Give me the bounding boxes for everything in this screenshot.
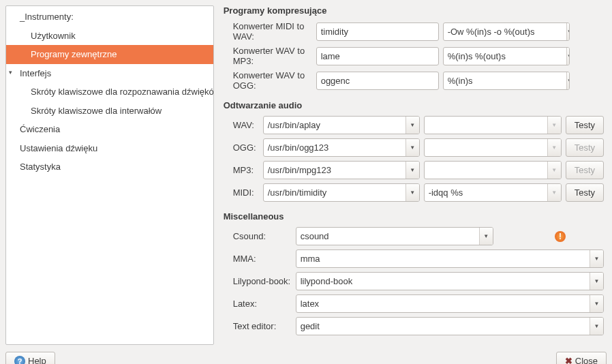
label-midi: MIDI: <box>224 187 259 198</box>
combo-ogg-prog[interactable]: ▼ <box>263 138 420 157</box>
input-mp3-args[interactable] <box>425 162 547 179</box>
combo-wav-to-ogg-args[interactable]: ▼ <box>443 72 570 90</box>
combo-mp3-prog[interactable]: ▼ <box>263 161 420 179</box>
input-csound[interactable] <box>296 228 479 245</box>
combo-wav-args[interactable]: ▼ <box>424 116 562 134</box>
combo-csound[interactable]: ▼ <box>296 227 493 245</box>
input-ogg-args[interactable] <box>425 139 547 156</box>
combo-midi-to-wav-prog[interactable]: ▼ <box>316 22 439 41</box>
label-mma: MMA: <box>224 254 292 264</box>
combo-latex[interactable]: ▼ <box>296 294 604 313</box>
chevron-down-icon[interactable]: ▼ <box>406 117 419 134</box>
input-midi-args[interactable] <box>425 184 547 201</box>
combo-mp3-args[interactable]: ▼ <box>424 161 562 179</box>
combo-ogg-args[interactable]: ▼ <box>424 138 562 157</box>
input-midi-to-wav-args[interactable] <box>444 23 566 40</box>
tree-item-sound-settings[interactable]: Ustawienia dźwięku <box>6 139 213 158</box>
chevron-down-icon[interactable]: ▼ <box>590 295 603 312</box>
test-button-wav[interactable]: Testy <box>566 116 604 134</box>
input-midi-prog[interactable] <box>264 184 406 201</box>
help-button-label: Help <box>28 356 46 364</box>
chevron-down-icon[interactable]: ▼ <box>547 117 561 134</box>
input-lilypond[interactable] <box>296 273 590 290</box>
chevron-down-icon[interactable]: ▼ <box>566 72 570 89</box>
close-button-label: Close <box>575 356 598 364</box>
chevron-down-icon[interactable]: ▼ <box>566 23 570 40</box>
combo-wav-to-mp3-args[interactable]: ▼ <box>443 47 570 65</box>
chevron-down-icon[interactable]: ▼ <box>566 48 570 65</box>
tree-item-shortcuts-sounds[interactable]: Skróty klawiszowe dla rozpoznawania dźwi… <box>6 82 213 102</box>
input-text-editor[interactable] <box>296 318 590 335</box>
chevron-down-icon[interactable]: ▼ <box>406 139 419 156</box>
input-mma[interactable] <box>296 250 590 267</box>
chevron-down-icon: ▾ <box>9 68 12 78</box>
test-button-mp3: Testy <box>566 161 604 179</box>
combo-text-editor[interactable]: ▼ <box>296 317 604 335</box>
tree-item-exercises[interactable]: Ćwiczenia <box>6 120 213 139</box>
section-title-misc: Miscellaneous <box>224 211 604 222</box>
combo-midi-args[interactable]: ▼ <box>424 183 562 202</box>
combo-lilypond[interactable]: ▼ <box>296 272 604 290</box>
tree-item-statistics[interactable]: Statystyka <box>6 157 213 177</box>
label-csound: Csound: <box>224 231 292 241</box>
test-button-midi[interactable]: Testy <box>566 183 604 202</box>
label-wav-to-ogg: Konwerter WAV to OGG: <box>224 70 312 91</box>
input-wav-to-ogg-prog[interactable] <box>317 72 439 89</box>
input-wav-to-mp3-args[interactable] <box>444 48 566 65</box>
chevron-down-icon[interactable]: ▼ <box>590 273 603 290</box>
label-latex: Latex: <box>224 299 292 309</box>
chevron-down-icon[interactable]: ▼ <box>547 139 561 156</box>
label-text-editor: Text editor: <box>224 321 292 331</box>
test-button-ogg: Testy <box>566 138 604 157</box>
help-button[interactable]: ? Help <box>5 352 55 364</box>
tree-item-label: Interfejs <box>20 68 51 78</box>
chevron-down-icon[interactable]: ▼ <box>590 318 603 335</box>
combo-mma[interactable]: ▼ <box>296 249 604 268</box>
combo-midi-prog[interactable]: ▼ <box>263 183 420 202</box>
combo-wav-prog[interactable]: ▼ <box>263 116 420 134</box>
chevron-down-icon[interactable]: ▼ <box>547 162 561 179</box>
input-wav-to-ogg-args[interactable] <box>444 72 566 89</box>
label-lilypond: Lilypond-book: <box>224 276 292 286</box>
input-wav-prog[interactable] <box>264 117 406 134</box>
combo-wav-to-ogg-prog[interactable]: ▼ <box>316 72 439 90</box>
chevron-down-icon[interactable]: ▼ <box>479 228 493 245</box>
warning-icon: ! <box>555 231 566 242</box>
chevron-down-icon[interactable]: ▼ <box>406 162 419 179</box>
tree-item-shortcuts-intervals[interactable]: Skróty klawiszowe dla interwałów <box>6 102 213 121</box>
input-mp3-prog[interactable] <box>264 162 406 179</box>
close-icon: ✖ <box>565 356 572 364</box>
tree-item-instruments[interactable]: _Instrumenty: <box>6 7 213 27</box>
section-title-compressors: Programy kompresujące <box>224 5 604 16</box>
combo-wav-to-mp3-prog[interactable]: ▼ <box>316 47 439 65</box>
tree-item-external-programs[interactable]: Programy zewnętrzne <box>6 45 213 64</box>
label-mp3: MP3: <box>224 165 259 175</box>
tree-item-user[interactable]: Użytkownik <box>6 27 213 46</box>
input-latex[interactable] <box>296 295 590 312</box>
combo-midi-to-wav-args[interactable]: ▼ <box>443 22 570 41</box>
chevron-down-icon[interactable]: ▼ <box>406 184 419 201</box>
close-button[interactable]: ✖ Close <box>556 352 607 364</box>
input-wav-to-mp3-prog[interactable] <box>317 48 439 65</box>
label-ogg: OGG: <box>224 142 259 153</box>
label-midi-to-wav: Konwerter MIDI to WAV: <box>224 21 312 42</box>
input-ogg-prog[interactable] <box>264 139 406 156</box>
label-wav: WAV: <box>224 120 259 130</box>
label-wav-to-mp3: Konwerter WAV to MP3: <box>224 46 312 66</box>
input-midi-to-wav-prog[interactable] <box>317 23 439 40</box>
section-title-playback: Odtwarzanie audio <box>224 100 604 110</box>
settings-panel: Programy kompresujące Konwerter MIDI to … <box>221 5 607 345</box>
input-wav-args[interactable] <box>425 117 547 134</box>
category-tree[interactable]: _Instrumenty: Użytkownik Programy zewnęt… <box>5 5 214 345</box>
tree-item-interface[interactable]: ▾ Interfejs <box>6 64 213 83</box>
help-icon: ? <box>14 356 25 365</box>
chevron-down-icon[interactable]: ▼ <box>590 250 603 267</box>
chevron-down-icon[interactable]: ▼ <box>547 184 561 201</box>
